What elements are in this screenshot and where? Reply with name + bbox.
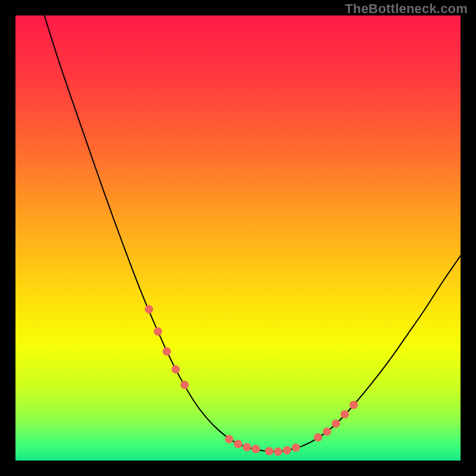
highlight-marker (274, 447, 282, 456)
highlight-marker (252, 445, 260, 453)
highlight-marker (265, 447, 273, 455)
watermark-text: TheBottleneck.com (345, 1, 468, 17)
plot-area (15, 15, 461, 461)
gradient-background (15, 15, 461, 461)
highlight-marker (292, 443, 300, 452)
highlight-marker (332, 419, 340, 428)
highlight-marker (234, 440, 242, 448)
highlight-marker (171, 365, 180, 374)
highlight-marker (314, 433, 322, 441)
highlight-marker (283, 446, 291, 455)
highlight-marker (341, 410, 349, 418)
highlight-marker (323, 427, 331, 436)
highlight-marker (225, 435, 233, 443)
bottleneck-curve-chart (15, 15, 461, 461)
highlight-marker (243, 443, 251, 452)
highlight-marker (145, 305, 153, 314)
highlight-marker (162, 347, 171, 356)
highlight-marker (154, 327, 162, 336)
highlight-marker (349, 401, 358, 409)
highlight-marker (180, 381, 189, 389)
chart-frame: TheBottleneck.com (0, 0, 476, 476)
